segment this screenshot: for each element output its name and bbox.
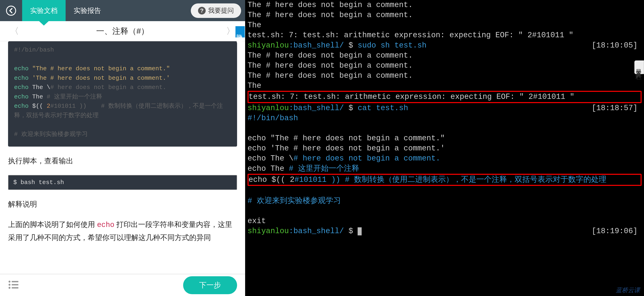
- ask-question-button[interactable]: ? 我要提问: [191, 4, 241, 18]
- menu-icon: [8, 280, 19, 289]
- paragraph: 上面的脚本说明了如何使用 echo 打印出一段字符串和变量内容，这里采用了几种不…: [8, 218, 237, 243]
- code-line: echo 'The # here does not begin a commen…: [14, 74, 231, 83]
- hide-desktop-tab[interactable]: 隐藏桌面: [236, 26, 245, 38]
- back-arrow-icon: [6, 6, 16, 16]
- code-line: #!/bin/bash: [14, 45, 231, 55]
- code-line: # 欢迎来到实验楼参观学习: [14, 130, 231, 139]
- terminal-line: # 欢迎来到实验楼参观学习: [248, 196, 642, 206]
- terminal-line-highlighted: echo $(( 2#101011 )) # 数制转换（使用二进制表示），不是一…: [248, 174, 642, 186]
- section-title: 一、注释（#）: [96, 26, 149, 37]
- svg-point-0: [6, 6, 16, 15]
- terminal-prompt-line: shiyanlou:bash_shell/ $ sudo sh test.sh …: [248, 41, 642, 51]
- terminal-line: The: [248, 20, 642, 30]
- paragraph-heading: 解释说明: [8, 198, 237, 210]
- watermark: 蓝桥云课: [616, 286, 640, 294]
- header-bar: 实验文档 实验报告 ? 我要提问: [0, 0, 245, 21]
- terminal-cursor: [358, 227, 362, 235]
- show-toolbar-tab[interactable]: 显示工具栏: [634, 60, 644, 74]
- terminal-prompt-line: shiyanlou:bash_shell/ $ cat test.sh [18:…: [248, 103, 642, 113]
- prev-section-button[interactable]: 〈: [10, 25, 19, 37]
- terminal-line: echo The \# here does not begin a commen…: [248, 153, 642, 163]
- tab-label: 实验文档: [30, 6, 58, 15]
- code-line: echo $(( 2#101011 )) # 数制转换（使用二进制表示），不是一…: [14, 102, 231, 120]
- terminal-line: The # here does not begin a comment.: [248, 10, 642, 20]
- command-block: $ bash test.sh: [8, 175, 237, 190]
- terminal-line: exit: [248, 216, 642, 226]
- footer-bar: 下一步: [0, 274, 245, 296]
- terminal-line: The # here does not begin a comment.: [248, 51, 642, 61]
- code-line: echo The \# here does not begin a commen…: [14, 83, 231, 92]
- terminal-line: The # here does not begin a comment.: [248, 71, 642, 81]
- terminal-timestamp: [18:18:57]: [592, 103, 638, 113]
- inline-code: echo: [97, 221, 114, 229]
- svg-point-3: [8, 284, 10, 286]
- ask-label: 我要提问: [208, 6, 234, 15]
- terminal-line: echo The # 这里开始一个注释: [248, 164, 642, 174]
- terminal-line-highlighted: test.sh: 7: test.sh: arithmetic expressi…: [248, 91, 642, 103]
- next-label: 下一步: [199, 281, 221, 289]
- terminal-line: The # here does not begin a comment.: [248, 61, 642, 71]
- terminal-panel[interactable]: The # here does not begin a comment. The…: [245, 0, 644, 296]
- terminal-line: [248, 123, 642, 133]
- next-section-button[interactable]: 〉: [226, 25, 235, 37]
- svg-rect-2: [12, 281, 18, 282]
- terminal-line: echo 'The # here does not begin a commen…: [248, 143, 642, 153]
- code-line: echo The # 这里开始一个注释: [14, 92, 231, 102]
- section-nav: 〈 一、注释（#） 〉: [0, 21, 245, 41]
- terminal-prompt-line: shiyanlou:bash_shell/ $ [18:19:06]: [248, 226, 642, 236]
- terminal-timestamp: [18:19:06]: [592, 226, 638, 236]
- doc-content[interactable]: #!/bin/bash echo "The # here does not be…: [0, 41, 245, 274]
- terminal-line: [248, 186, 642, 196]
- svg-rect-6: [12, 287, 18, 288]
- svg-point-5: [8, 287, 10, 289]
- terminal-line: The: [248, 81, 642, 91]
- question-mark-icon: ?: [198, 7, 206, 15]
- back-button[interactable]: [0, 0, 22, 21]
- code-line: echo "The # here does not begin a commen…: [14, 64, 231, 74]
- command-text: $ bash test.sh: [13, 179, 64, 186]
- terminal-timestamp: [18:10:05]: [592, 41, 638, 51]
- tab-experiment-report[interactable]: 实验报告: [66, 0, 109, 21]
- paragraph: 执行脚本，查看输出: [8, 155, 237, 167]
- next-step-button[interactable]: 下一步: [183, 276, 237, 294]
- terminal-line: test.sh: 7: test.sh: arithmetic expressi…: [248, 30, 642, 40]
- terminal[interactable]: The # here does not begin a comment. The…: [245, 0, 644, 296]
- terminal-line: [248, 206, 642, 216]
- toc-menu-button[interactable]: [8, 280, 19, 290]
- code-block-script: #!/bin/bash echo "The # here does not be…: [8, 41, 237, 147]
- terminal-line: #!/bin/bash: [248, 113, 642, 123]
- svg-rect-4: [12, 284, 18, 285]
- tab-label: 实验报告: [74, 6, 101, 15]
- svg-point-1: [8, 281, 10, 283]
- tab-experiment-doc[interactable]: 实验文档: [22, 0, 66, 21]
- code-line: [14, 55, 231, 64]
- terminal-line: echo "The # here does not begin a commen…: [248, 133, 642, 143]
- terminal-line: The # here does not begin a comment.: [248, 0, 642, 10]
- code-line: [14, 120, 231, 130]
